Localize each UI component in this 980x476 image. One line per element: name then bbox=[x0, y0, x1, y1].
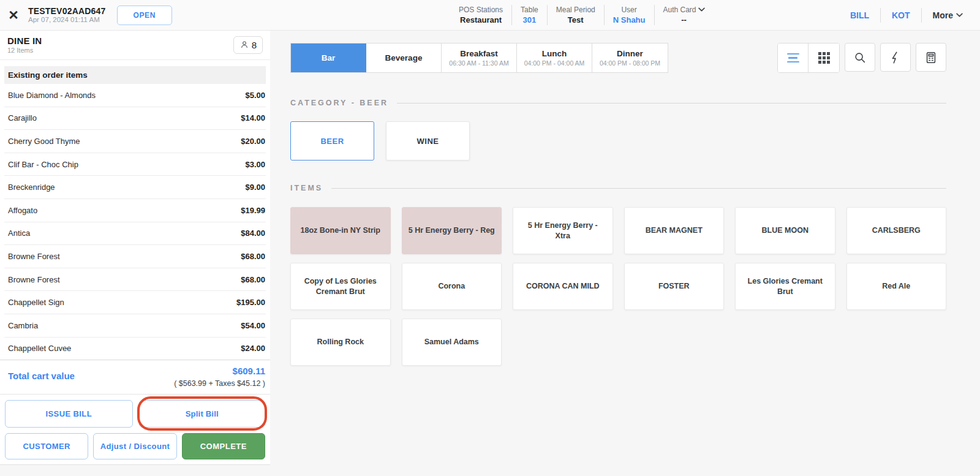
menu-item-tile[interactable]: Samuel Adams bbox=[402, 319, 502, 366]
item-name: Clif Bar - Choc Chip bbox=[8, 160, 78, 169]
category-wine[interactable]: WINE bbox=[386, 121, 470, 161]
tab-lunch[interactable]: Lunch 04:00 PM - 04:00 AM bbox=[517, 43, 592, 72]
menu-item-tile[interactable]: Copy of Les Glories Cremant Brut bbox=[290, 263, 391, 310]
adjust-discount-button[interactable]: Adjust / Discount bbox=[93, 433, 176, 459]
info-value: Test bbox=[556, 15, 595, 26]
item-price: $195.00 bbox=[236, 298, 265, 307]
category-heading: CATEGORY - BEER bbox=[290, 99, 388, 107]
tab-beverage[interactable]: Beverage bbox=[366, 43, 442, 72]
items-count: 12 Items bbox=[7, 47, 42, 54]
item-name: Carajillo bbox=[8, 113, 37, 123]
info-label: POS Stations bbox=[459, 5, 503, 15]
info-label: Meal Period bbox=[556, 5, 595, 15]
menu-item-tile[interactable]: BEAR MAGNET bbox=[624, 207, 725, 254]
info-pos-stations: POS Stations Restaurant bbox=[450, 5, 512, 26]
open-status-button[interactable]: OPEN bbox=[117, 6, 172, 25]
customer-button[interactable]: CUSTOMER bbox=[5, 433, 88, 459]
calculator-icon[interactable] bbox=[916, 43, 946, 72]
tab-dinner[interactable]: Dinner 04:00 PM - 08:00 PM bbox=[592, 43, 668, 72]
order-items-list: Blue Diamond - Almonds $5.00 Carajillo $… bbox=[0, 84, 270, 360]
total-cart-label: Total cart value bbox=[8, 371, 75, 381]
order-item-row[interactable]: Chappellet Cuvee $24.00 bbox=[4, 338, 266, 361]
info-value: 301 bbox=[521, 15, 538, 26]
tab-bar[interactable]: Bar bbox=[291, 43, 366, 72]
item-name: Browne Forest bbox=[8, 275, 60, 284]
menu-area: Bar Beverage Breakfast 06:30 AM - 11:30 … bbox=[270, 31, 980, 476]
more-button[interactable]: More bbox=[922, 10, 971, 20]
items-heading: ITEMS bbox=[290, 184, 323, 192]
cart-panel: DINE IN 12 Items 8 Existing order items … bbox=[0, 31, 270, 465]
divider bbox=[331, 188, 946, 189]
info-user[interactable]: User N Shahu bbox=[605, 5, 655, 26]
order-item-row[interactable]: Affogato $19.99 bbox=[4, 199, 266, 222]
split-bill-button[interactable]: Split Bill bbox=[139, 400, 266, 428]
order-item-row[interactable]: Cambria $54.00 bbox=[4, 314, 266, 338]
order-item-row[interactable]: Chappellet Sign $195.00 bbox=[4, 291, 266, 314]
info-label: Auth Card bbox=[663, 5, 705, 15]
order-item-row[interactable]: Blue Diamond - Almonds $5.00 bbox=[4, 84, 266, 107]
item-name: Blue Diamond - Almonds bbox=[8, 91, 96, 100]
more-label: More bbox=[933, 10, 953, 20]
tab-time: 06:30 AM - 11:30 AM bbox=[449, 59, 508, 67]
info-meal-period: Meal Period Test bbox=[548, 5, 605, 26]
menu-item-tile[interactable]: Rolling Rock bbox=[290, 319, 391, 366]
grid-view-icon[interactable] bbox=[809, 43, 839, 72]
order-item-row[interactable]: Antica $84.00 bbox=[4, 222, 266, 246]
cart-totals: Total cart value $609.11 ( $563.99 + Tax… bbox=[0, 360, 270, 394]
item-name: Chappellet Cuvee bbox=[8, 344, 71, 353]
category-cards: BEER WINE bbox=[290, 121, 946, 161]
item-name: Antica bbox=[8, 229, 30, 238]
tab-breakfast[interactable]: Breakfast 06:30 AM - 11:30 AM bbox=[442, 43, 517, 72]
bill-button[interactable]: BILL bbox=[839, 10, 880, 20]
divider bbox=[397, 103, 946, 104]
order-item-row[interactable]: Breckenridge $9.00 bbox=[4, 176, 266, 199]
order-item-row[interactable]: Clif Bar - Choc Chip $3.00 bbox=[4, 153, 266, 176]
close-icon[interactable]: ✕ bbox=[5, 7, 22, 24]
total-cart-value: $609.11 bbox=[174, 366, 265, 376]
search-icon[interactable] bbox=[845, 43, 875, 72]
menu-item-tile[interactable]: Corona bbox=[402, 263, 502, 310]
item-price: $24.00 bbox=[241, 344, 265, 353]
quick-actions-icon[interactable] bbox=[880, 43, 911, 72]
order-type: DINE IN bbox=[7, 36, 42, 46]
list-view-icon[interactable] bbox=[778, 43, 809, 72]
item-price: $54.00 bbox=[241, 321, 265, 330]
info-value: Restaurant bbox=[459, 15, 503, 26]
category-section-header: CATEGORY - BEER bbox=[290, 99, 946, 107]
info-auth-card[interactable]: Auth Card -- bbox=[655, 5, 714, 26]
item-price: $14.00 bbox=[241, 113, 265, 123]
tab-label: Bar bbox=[322, 53, 336, 62]
item-price: $84.00 bbox=[241, 229, 265, 238]
complete-button[interactable]: COMPLETE bbox=[182, 433, 265, 459]
tab-label: Breakfast bbox=[460, 49, 498, 58]
order-item-row[interactable]: Browne Forest $68.00 bbox=[4, 268, 266, 292]
item-price: $68.00 bbox=[241, 252, 265, 261]
menu-item-tile[interactable]: 5 Hr Energy Berry - Reg bbox=[402, 207, 502, 254]
guest-count-badge[interactable]: 8 bbox=[233, 36, 263, 54]
issue-bill-button[interactable]: ISSUE BILL bbox=[5, 400, 133, 428]
menu-item-tile[interactable]: BLUE MOON bbox=[735, 207, 835, 254]
order-item-row[interactable]: Cherry Good Thyme $20.00 bbox=[4, 130, 266, 153]
menu-item-tile[interactable]: CORONA CAN MILD bbox=[513, 263, 613, 310]
item-price: $20.00 bbox=[241, 137, 265, 146]
menu-item-tile[interactable]: Les Glories Cremant Brut bbox=[735, 263, 835, 310]
menu-item-tile[interactable]: 18oz Bone-in NY Strip bbox=[290, 207, 391, 254]
menu-item-tile[interactable]: FOSTER bbox=[624, 263, 725, 310]
info-table[interactable]: Table 301 bbox=[512, 5, 548, 26]
order-item-row[interactable]: Browne Forest $68.00 bbox=[4, 245, 266, 268]
item-price: $3.00 bbox=[245, 160, 265, 169]
cart-actions: ISSUE BILL Split Bill CUSTOMER Adjust / … bbox=[0, 394, 270, 459]
order-item-row[interactable]: Carajillo $14.00 bbox=[4, 107, 266, 130]
session-info: POS Stations Restaurant Table 301 Meal P… bbox=[450, 0, 714, 30]
tab-label: Dinner bbox=[617, 49, 643, 58]
item-name: Chappellet Sign bbox=[8, 298, 64, 307]
kot-button[interactable]: KOT bbox=[881, 10, 921, 20]
guest-count: 8 bbox=[252, 40, 257, 50]
tab-label: Lunch bbox=[542, 49, 567, 58]
menu-item-tile[interactable]: CARLSBERG bbox=[846, 207, 947, 254]
person-icon bbox=[239, 40, 249, 50]
menu-item-tile[interactable]: Red Ale bbox=[846, 263, 947, 310]
menu-item-tile[interactable]: 5 Hr Energy Berry - Xtra bbox=[513, 207, 613, 254]
category-beer[interactable]: BEER bbox=[290, 121, 374, 161]
item-price: $19.99 bbox=[241, 206, 265, 215]
